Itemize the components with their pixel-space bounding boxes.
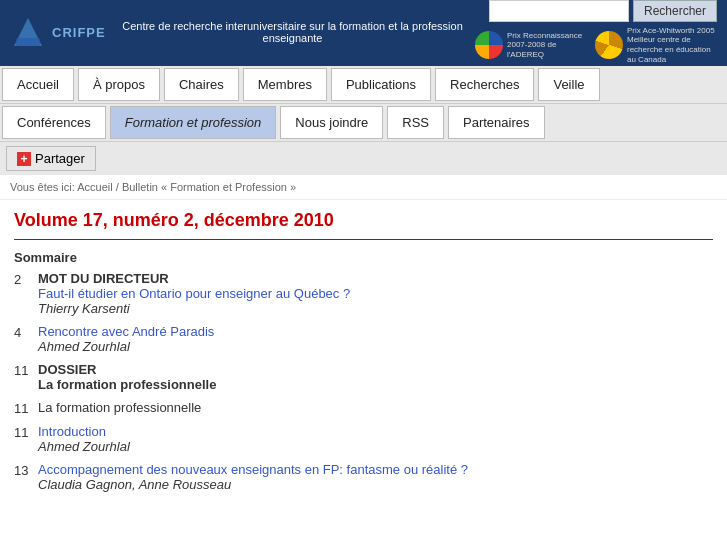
entry-link[interactable]: Faut-il étudier en Ontario pour enseigne… bbox=[38, 286, 713, 301]
list-item: 13 Accompagnement des nouveaux enseignan… bbox=[14, 462, 713, 492]
entry-author: Claudia Gagnon, Anne Rousseau bbox=[38, 477, 713, 492]
header-right: Rechercher Prix Reconnaissance 2007-2008… bbox=[475, 0, 717, 64]
entry-content: DOSSIER La formation professionnelle bbox=[38, 362, 713, 392]
list-item: 4 Rencontre avec André Paradis Ahmed Zou… bbox=[14, 324, 713, 354]
nav-item[interactable]: À propos bbox=[78, 68, 160, 101]
nav-item[interactable]: Formation et profession bbox=[110, 106, 277, 139]
list-item: 2 MOT DU DIRECTEUR Faut-il étudier en On… bbox=[14, 271, 713, 316]
entry-content: La formation professionnelle bbox=[38, 400, 713, 415]
navigation: AccueilÀ proposChairesMembresPublication… bbox=[0, 64, 727, 175]
award1: Prix Reconnaissance 2007-2008 de l'ADERE… bbox=[475, 31, 587, 60]
awards-row: Prix Reconnaissance 2007-2008 de l'ADERE… bbox=[475, 26, 717, 64]
nav-item[interactable]: Accueil bbox=[2, 68, 74, 101]
entry-content: MOT DU DIRECTEUR Faut-il étudier en Onta… bbox=[38, 271, 713, 316]
nav-item[interactable]: Conférences bbox=[2, 106, 106, 139]
entry-num: 11 bbox=[14, 400, 30, 416]
main-content: Volume 17, numéro 2, décembre 2010 Somma… bbox=[0, 200, 727, 510]
nav-item[interactable]: Membres bbox=[243, 68, 327, 101]
award2-badge bbox=[595, 31, 623, 59]
entry-num: 4 bbox=[14, 324, 30, 340]
entry-content: Accompagnement des nouveaux enseignants … bbox=[38, 462, 713, 492]
subsection-label: La formation professionnelle bbox=[38, 377, 713, 392]
logo-area: CRIFPE bbox=[10, 14, 110, 50]
entry-section-label: MOT DU DIRECTEUR bbox=[38, 271, 713, 286]
entry-link[interactable]: Accompagnement des nouveaux enseignants … bbox=[38, 462, 713, 477]
nav-item[interactable]: Nous joindre bbox=[280, 106, 383, 139]
nav-item[interactable]: RSS bbox=[387, 106, 444, 139]
entry-content: Introduction Ahmed Zourhlal bbox=[38, 424, 713, 454]
entry-section-label: DOSSIER bbox=[38, 362, 713, 377]
search-input[interactable] bbox=[489, 0, 629, 22]
list-item: 11 DOSSIER La formation professionnelle bbox=[14, 362, 713, 392]
entry-link[interactable]: Introduction bbox=[38, 424, 713, 439]
entry-num: 13 bbox=[14, 462, 30, 478]
nav-item[interactable]: Partenaires bbox=[448, 106, 544, 139]
logo-text: CRIFPE bbox=[52, 25, 106, 40]
nav-row2: ConférencesFormation et professionNous j… bbox=[0, 104, 727, 142]
entry-num: 11 bbox=[14, 362, 30, 378]
nav-item[interactable]: Publications bbox=[331, 68, 431, 101]
breadcrumb: Vous êtes ici: Accueil / Bulletin « Form… bbox=[0, 175, 727, 200]
entry-plain: La formation professionnelle bbox=[38, 400, 713, 415]
nav-item[interactable]: Chaires bbox=[164, 68, 239, 101]
entry-author: Ahmed Zourhlal bbox=[38, 439, 713, 454]
list-item: 11 Introduction Ahmed Zourhlal bbox=[14, 424, 713, 454]
search-button[interactable]: Rechercher bbox=[633, 0, 717, 22]
nav-item[interactable]: Veille bbox=[538, 68, 599, 101]
volume-title: Volume 17, numéro 2, décembre 2010 bbox=[14, 210, 713, 231]
share-label: Partager bbox=[35, 151, 85, 166]
entry-num: 2 bbox=[14, 271, 30, 287]
entry-author: Thierry Karsenti bbox=[38, 301, 713, 316]
nav-item[interactable]: Recherches bbox=[435, 68, 534, 101]
volume-separator bbox=[14, 239, 713, 240]
award2-text: Prix Ace-Whitworth 2005 Meilleur centre … bbox=[627, 26, 717, 64]
award1-text: Prix Reconnaissance 2007-2008 de l'ADERE… bbox=[507, 31, 587, 60]
logo-icon bbox=[10, 14, 46, 50]
entry-link[interactable]: Rencontre avec André Paradis bbox=[38, 324, 713, 339]
share-plus-icon: + bbox=[17, 152, 31, 166]
sommaire-label: Sommaire bbox=[14, 250, 713, 265]
entry-content: Rencontre avec André Paradis Ahmed Zourh… bbox=[38, 324, 713, 354]
share-row: + Partager bbox=[0, 142, 727, 175]
share-button[interactable]: + Partager bbox=[6, 146, 96, 171]
svg-rect-2 bbox=[16, 38, 40, 46]
site-header: CRIFPE Centre de recherche interuniversi… bbox=[0, 0, 727, 64]
entry-author: Ahmed Zourhlal bbox=[38, 339, 713, 354]
award2: Prix Ace-Whitworth 2005 Meilleur centre … bbox=[595, 26, 717, 64]
award1-badge bbox=[475, 31, 503, 59]
list-item: 11 La formation professionnelle bbox=[14, 400, 713, 416]
search-row: Rechercher bbox=[489, 0, 717, 22]
site-tagline: Centre de recherche interuniversitaire s… bbox=[110, 20, 475, 44]
entry-num: 11 bbox=[14, 424, 30, 440]
nav-row1: AccueilÀ proposChairesMembresPublication… bbox=[0, 66, 727, 104]
